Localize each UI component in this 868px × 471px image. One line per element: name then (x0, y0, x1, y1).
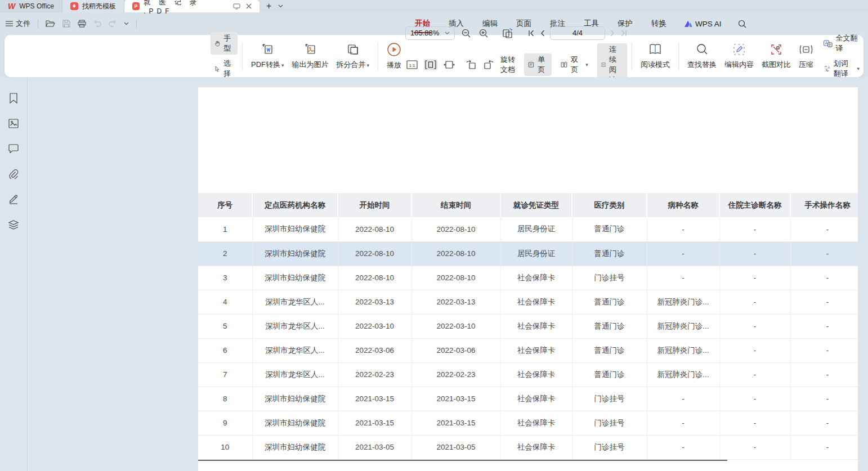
table-cell: 2022-03-13 (338, 290, 411, 314)
table-row: 8深圳市妇幼保健院2021-03-152021-03-15社会保障卡门诊挂号--… (198, 387, 865, 411)
menu-item[interactable]: 转换 (650, 16, 668, 31)
word-translation-button[interactable]: 文A 划词翻译 ▾ (820, 57, 863, 80)
split-merge-icon (346, 43, 360, 56)
rotate-pages-button[interactable] (500, 26, 515, 40)
zoom-out-button[interactable] (460, 27, 472, 39)
full-translation-icon: A文 (824, 39, 833, 48)
hand-icon (214, 39, 220, 48)
zoom-level-select[interactable]: 105.88% (405, 26, 455, 40)
save-icon[interactable] (62, 20, 70, 28)
svg-text:A: A (827, 66, 830, 69)
zoom-in-button[interactable] (477, 27, 490, 39)
split-merge-button[interactable]: 拆分合并▾ (333, 41, 374, 71)
table-cell: - (790, 217, 865, 241)
edit-content-button[interactable]: 编辑内容 (721, 41, 758, 71)
table-cell: 普通门诊 (572, 362, 647, 387)
single-page-button[interactable]: 单页 (524, 53, 552, 76)
attachment-icon[interactable] (6, 167, 21, 181)
table-cell: - (719, 387, 790, 411)
tab-document-pdf[interactable]: P 就 医 记 录 .PDF (124, 0, 259, 12)
table-row: 4深圳市龙华区人...2022-03-132022-03-13社会保障卡普通门诊… (198, 290, 865, 314)
svg-text:文: 文 (828, 42, 831, 46)
table-row: 3深圳市妇幼保健院2022-08-102022-08-10社会保障卡门诊挂号--… (198, 266, 865, 290)
rotate-doc-label[interactable]: 旋转文档 (500, 55, 516, 75)
chevron-down-icon: ▾ (367, 62, 370, 68)
export-as-image-button[interactable]: 输出为图片 (288, 41, 333, 71)
double-page-button[interactable]: 双页 ▾ (557, 53, 592, 76)
close-icon[interactable] (246, 3, 252, 9)
table-row: 9深圳市妇幼保健院2021-03-152021-03-15社会保障卡门诊挂号--… (198, 411, 865, 435)
table-cell: - (790, 338, 865, 362)
chevron-down-icon: ▾ (585, 62, 588, 68)
redo-icon[interactable] (109, 20, 117, 27)
window-tab-bar: W WPS Office 找稻壳模板 P 就 医 记 录 .PDF + (0, 0, 868, 12)
table-cell: 门诊挂号 (572, 266, 647, 290)
undo-icon[interactable] (93, 20, 101, 27)
tab-wps-office[interactable]: W WPS Office (0, 0, 62, 12)
find-replace-button[interactable]: 查找替换 (683, 41, 721, 71)
table-cell: - (719, 217, 790, 241)
first-page-button[interactable] (528, 30, 535, 37)
pdf-page[interactable]: 序号定点医药机构名称开始时间结束时间就诊凭证类型医疗类别病种名称住院主诊断名称手… (198, 87, 858, 471)
thumbnail-panel-icon[interactable] (6, 116, 21, 131)
last-page-button[interactable] (620, 30, 627, 37)
table-cell: 深圳市妇幼保健院 (252, 435, 338, 459)
compress-button[interactable]: 压缩 (795, 41, 817, 71)
print-icon[interactable] (78, 20, 86, 28)
hamburger-icon (6, 21, 13, 26)
table-cell: 普通门诊 (572, 217, 647, 241)
table-cell: 2021-03-15 (338, 411, 411, 435)
table-cell: 社会保障卡 (500, 387, 572, 411)
new-tab-button[interactable]: + (266, 1, 271, 11)
continuous-reading-icon (601, 60, 606, 69)
pdf-convert-button[interactable]: PDF转换▾ (247, 41, 288, 71)
hand-tool-button[interactable]: 手型 (211, 32, 238, 55)
tab-list-chevron-icon[interactable] (278, 5, 283, 8)
table-cell: - (790, 314, 865, 338)
rotate-left-button[interactable] (464, 59, 477, 70)
table-cell: 2022-02-23 (411, 362, 500, 387)
table-row: 2深圳市妇幼保健院2022-08-102022-08-10居民身份证普通门诊--… (198, 241, 865, 266)
table-body: 1深圳市妇幼保健院2022-08-102022-08-10居民身份证普通门诊--… (198, 217, 865, 459)
fit-page-button[interactable] (442, 59, 456, 70)
select-tool-button[interactable]: 选择 (211, 57, 238, 80)
table-cell: 2022-08-10 (411, 241, 500, 266)
table-cell: 门诊挂号 (572, 411, 647, 435)
table-cell: 新冠肺炎门诊... (647, 314, 719, 338)
open-file-icon[interactable] (46, 20, 55, 28)
full-translation-button[interactable]: A文 全文翻译 (820, 32, 863, 55)
menu-search-icon[interactable] (738, 20, 746, 28)
comment-panel-icon[interactable] (6, 141, 21, 156)
read-mode-button[interactable]: 阅读模式 (637, 41, 674, 71)
monitor-icon[interactable] (233, 3, 240, 10)
play-button[interactable]: 播放 (383, 41, 405, 72)
table-row: 1深圳市妇幼保健院2022-08-102022-08-10居民身份证普通门诊--… (198, 217, 865, 241)
qat-chevron-icon[interactable] (124, 22, 129, 25)
table-cell: 2021-03-15 (411, 387, 500, 411)
prev-page-button[interactable] (540, 30, 545, 37)
table-cell: 9 (198, 411, 252, 435)
tab-label: 找稻壳模板 (82, 2, 116, 11)
signature-icon[interactable] (6, 192, 21, 207)
document-background-strip (858, 77, 868, 471)
file-menu-button[interactable]: 文件 (6, 19, 30, 29)
fit-width-button[interactable] (424, 59, 437, 70)
table-cell: 6 (198, 338, 252, 362)
bookmark-icon[interactable] (6, 91, 21, 105)
cursor-icon (214, 65, 220, 73)
next-page-button[interactable] (610, 30, 615, 37)
actual-size-button[interactable]: 1:1 (405, 59, 419, 70)
page-indicator-input[interactable]: 4/4 (550, 26, 605, 40)
docer-icon (70, 2, 78, 10)
table-cell: - (647, 387, 719, 411)
table-cell: - (719, 362, 790, 387)
wps-ai-button[interactable]: WPS AI (684, 20, 722, 28)
table-cell: 深圳市龙华区人... (252, 314, 338, 338)
table-cell: 2022-02-23 (338, 362, 411, 387)
tab-docer-templates[interactable]: 找稻壳模板 (62, 0, 124, 12)
rotate-right-button[interactable] (482, 59, 495, 70)
single-page-icon (528, 60, 534, 69)
layers-icon[interactable] (6, 217, 21, 232)
screenshot-compare-button[interactable]: 截图对比 (758, 41, 795, 71)
column-header: 序号 (198, 193, 252, 217)
